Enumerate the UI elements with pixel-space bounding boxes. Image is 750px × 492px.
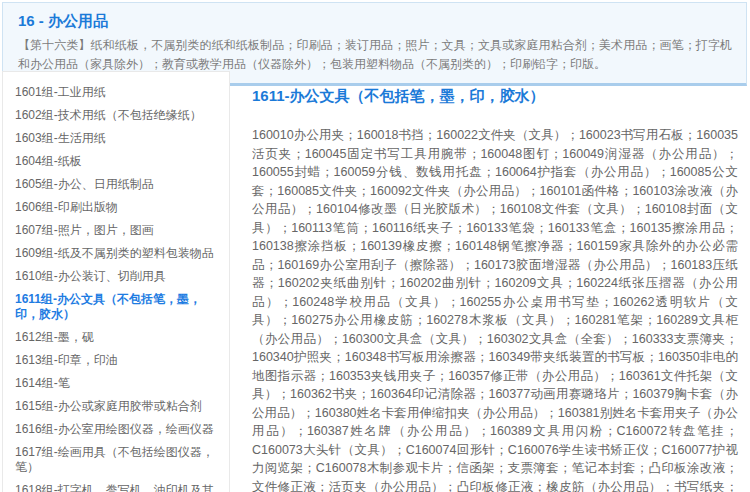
class-description: 【第十六类】纸和纸板，不属别类的纸和纸板制品；印刷品；装订用品；照片；文具；文具… — [18, 36, 732, 74]
sidebar-item-1602[interactable]: 1602组-技术用纸（不包括绝缘纸） — [15, 106, 223, 125]
group-sidebar: 1601组-工业用纸 1602组-技术用纸（不包括绝缘纸） 1603组-生活用纸… — [2, 71, 230, 492]
sidebar-item-1616[interactable]: 1616组-办公室用绘图仪器，绘画仪器 — [15, 420, 223, 439]
sidebar-item-1611-active[interactable]: 1611组-办公文具（不包括笔，墨，印，胶水） — [15, 290, 223, 324]
class-title: 16 - 办公用品 — [18, 12, 732, 31]
sidebar-item-1601[interactable]: 1601组-工业用纸 — [15, 83, 223, 102]
sidebar-item-1612[interactable]: 1612组-墨，砚 — [15, 328, 223, 347]
sidebar-item-1607[interactable]: 1607组-照片，图片，图画 — [15, 221, 223, 240]
sidebar-item-1603[interactable]: 1603组-生活用纸 — [15, 129, 223, 148]
sidebar-item-1618[interactable]: 1618组-打字机、誊写机、油印机及其附件（包括印刷铅字、印版） — [15, 481, 223, 492]
sidebar-item-1613[interactable]: 1613组-印章，印油 — [15, 351, 223, 370]
group-goods-list: 160010办公用夹；160018书挡；160022文件夹（文具）；160023… — [252, 126, 738, 492]
sidebar-item-1610[interactable]: 1610组-办公装订、切削用具 — [15, 267, 223, 286]
sidebar-item-1604[interactable]: 1604组-纸板 — [15, 152, 223, 171]
sidebar-item-1614[interactable]: 1614组-笔 — [15, 374, 223, 393]
group-title: 1611-办公文具（不包括笔，墨，印，胶水） — [252, 87, 738, 106]
sidebar-item-1609[interactable]: 1609组-纸及不属别类的塑料包装物品 — [15, 244, 223, 263]
classification-page: 16 - 办公用品 【第十六类】纸和纸板，不属别类的纸和纸板制品；印刷品；装订用… — [0, 0, 750, 492]
content-area: 1601组-工业用纸 1602组-技术用纸（不包括绝缘纸） 1603组-生活用纸… — [2, 71, 750, 492]
sidebar-item-1617[interactable]: 1617组-绘画用具（不包括绘图仪器，笔） — [15, 443, 223, 477]
sidebar-item-1615[interactable]: 1615组-办公或家庭用胶带或粘合剂 — [15, 397, 223, 416]
sidebar-item-1605[interactable]: 1605组-办公、日用纸制品 — [15, 175, 223, 194]
sidebar-item-1606[interactable]: 1606组-印刷出版物 — [15, 198, 223, 217]
group-detail-pane: 1611-办公文具（不包括笔，墨，印，胶水） 160010办公用夹；160018… — [230, 71, 750, 492]
